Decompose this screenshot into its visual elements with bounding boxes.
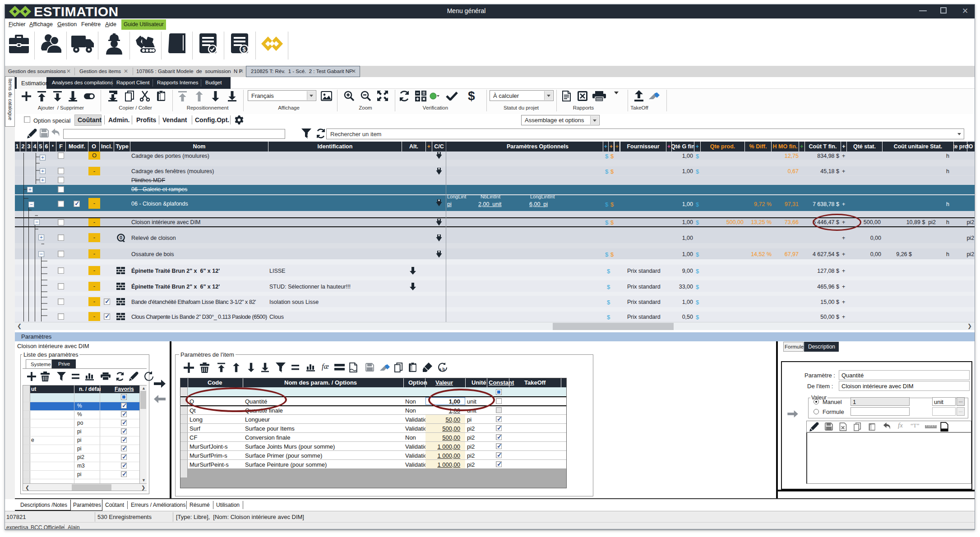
svg-text:$: $ xyxy=(242,46,246,53)
svg-text:0: 0 xyxy=(120,235,122,240)
svg-text:a b: a b xyxy=(439,367,445,372)
